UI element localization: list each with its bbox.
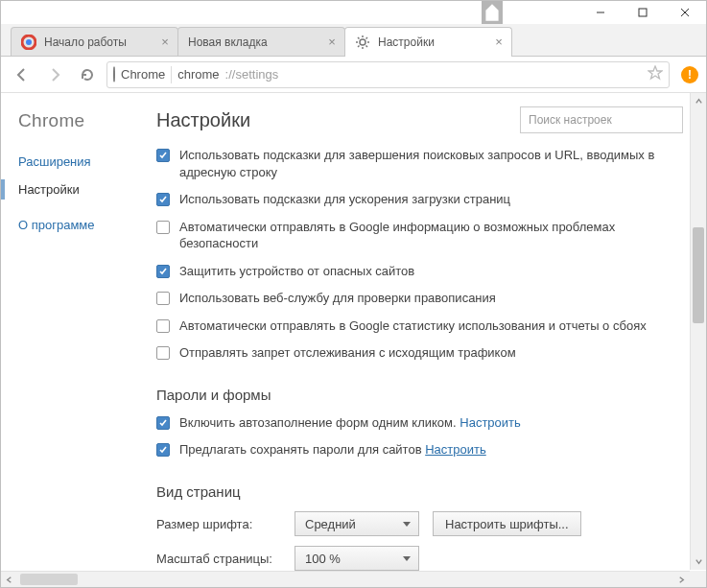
reload-button[interactable]: [74, 61, 101, 88]
scroll-left-icon[interactable]: [1, 572, 17, 587]
svg-line-11: [358, 37, 360, 39]
origin-label: Chrome: [121, 67, 165, 82]
separator: [171, 66, 172, 83]
window-minimize-button[interactable]: [579, 1, 622, 24]
configure-link[interactable]: Настроить: [460, 415, 521, 430]
address-bar[interactable]: Chrome chrome://settings: [106, 61, 670, 88]
close-icon[interactable]: ×: [492, 35, 506, 48]
sidebar: Chrome Расширения Настройки О программе: [1, 93, 145, 587]
notification-badge[interactable]: !: [681, 66, 698, 83]
zoom-select[interactable]: 100 %: [295, 546, 419, 571]
sidebar-item-extensions[interactable]: Расширения: [18, 154, 145, 169]
back-button[interactable]: [9, 61, 35, 88]
option-row: Использовать подсказки для завершения по…: [156, 147, 683, 180]
svg-line-12: [366, 45, 368, 47]
option-label: Автоматически отправлять в Google информ…: [179, 219, 683, 252]
svg-point-6: [360, 39, 365, 45]
section-passwords-title: Пароли и формы: [156, 387, 683, 403]
checkbox[interactable]: [156, 443, 170, 457]
profile-badge[interactable]: [482, 1, 503, 24]
scroll-down-icon[interactable]: [691, 553, 706, 570]
window-maximize-button[interactable]: [622, 1, 664, 24]
checkbox[interactable]: [156, 193, 170, 206]
window-close-button[interactable]: [664, 1, 706, 24]
tab-settings[interactable]: Настройки ×: [344, 27, 512, 56]
option-text: Предлагать сохранять пароли для сайтов: [179, 442, 422, 457]
sidebar-item-settings[interactable]: Настройки: [18, 182, 145, 197]
horizontal-scrollbar[interactable]: [1, 571, 690, 587]
bookmark-star-icon[interactable]: [648, 65, 663, 83]
option-label: Предлагать сохранять пароли для сайтов Н…: [179, 441, 683, 459]
option-label: Включить автозаполнение форм одним клико…: [179, 414, 683, 432]
svg-point-5: [26, 39, 32, 45]
customize-fonts-button[interactable]: Настроить шрифты...: [433, 511, 581, 536]
toolbar: Chrome chrome://settings !: [1, 57, 706, 93]
option-label: Использовать подсказки для завершения по…: [179, 147, 683, 180]
zoom-row: Масштаб страницы: 100 %: [156, 546, 683, 571]
globe-icon: [113, 67, 115, 82]
section-appearance-title: Вид страниц: [156, 483, 683, 500]
tab-label: Начало работы: [44, 35, 127, 49]
forward-button[interactable]: [41, 61, 68, 88]
content-area: Chrome Расширения Настройки О программе …: [1, 93, 706, 587]
addr-host: chrome: [177, 67, 219, 82]
zoom-label: Масштаб страницы:: [156, 552, 281, 566]
font-size-select[interactable]: Средний: [295, 511, 419, 536]
option-row: Использовать подсказки для ускорения заг…: [156, 191, 683, 208]
svg-line-14: [366, 37, 368, 39]
option-text: Включить автозаполнение форм одним клико…: [179, 415, 457, 430]
chrome-icon: [21, 35, 36, 50]
tab-label: Настройки: [378, 35, 435, 49]
svg-line-13: [358, 45, 360, 47]
settings-search-input[interactable]: Поиск настроек: [520, 106, 683, 133]
scroll-right-icon[interactable]: [673, 572, 690, 587]
titlebar: [1, 1, 706, 24]
option-label: Автоматически отправлять в Google статис…: [179, 318, 683, 335]
tab-label: Новая вкладка: [188, 35, 268, 49]
vertical-scrollbar[interactable]: [690, 93, 706, 570]
browser-window: Начало работы × Новая вкладка × Настройк…: [0, 0, 707, 588]
option-label: Защитить устройство от опасных сайтов: [179, 263, 683, 280]
option-row: Отправлять запрет отслеживания с исходящ…: [156, 344, 683, 362]
option-label: Использовать веб-службу для проверки пра…: [179, 290, 683, 307]
addr-path: ://settings: [225, 67, 279, 82]
tab-strip: Начало работы × Новая вкладка × Настройк…: [1, 24, 706, 57]
close-icon[interactable]: ×: [158, 35, 172, 48]
checkbox[interactable]: [156, 265, 170, 278]
option-label: Использовать подсказки для ускорения заг…: [179, 191, 683, 208]
checkbox[interactable]: [156, 319, 170, 333]
page-head: Настройки Поиск настроек: [156, 106, 683, 133]
scroll-up-icon[interactable]: [691, 93, 706, 109]
search-placeholder: Поиск настроек: [529, 113, 612, 127]
checkbox[interactable]: [156, 292, 170, 305]
select-value: Средний: [305, 517, 356, 531]
tab-new[interactable]: Новая вкладка ×: [177, 27, 345, 56]
option-row: Включить автозаполнение форм одним клико…: [156, 414, 683, 432]
font-size-row: Размер шрифта: Средний Настроить шрифты.…: [156, 511, 683, 536]
checkbox[interactable]: [156, 149, 170, 162]
option-row: Использовать веб-службу для проверки пра…: [156, 290, 683, 307]
checkbox[interactable]: [156, 416, 170, 430]
option-row: Автоматически отправлять в Google информ…: [156, 219, 683, 252]
scroll-thumb[interactable]: [693, 227, 704, 323]
page-title: Настройки: [156, 109, 250, 131]
button-label: Настроить шрифты...: [445, 517, 569, 531]
settings-main: Настройки Поиск настроек Использовать по…: [145, 93, 706, 587]
configure-link[interactable]: Настроить: [425, 442, 486, 457]
tab-getting-started[interactable]: Начало работы ×: [11, 27, 178, 56]
option-row: Предлагать сохранять пароли для сайтов Н…: [156, 441, 683, 459]
svg-rect-1: [639, 9, 647, 16]
scrollbar-corner: [690, 571, 706, 587]
gear-icon: [355, 35, 370, 50]
close-icon[interactable]: ×: [325, 35, 339, 48]
option-row: Автоматически отправлять в Google статис…: [156, 318, 683, 335]
option-row: Защитить устройство от опасных сайтов: [156, 263, 683, 280]
sidebar-item-about[interactable]: О программе: [18, 218, 145, 232]
scroll-thumb[interactable]: [20, 574, 78, 585]
brand-label: Chrome: [18, 110, 145, 131]
chevron-down-icon: [403, 522, 411, 527]
checkbox[interactable]: [156, 221, 170, 234]
checkbox[interactable]: [156, 346, 170, 360]
font-size-label: Размер шрифта:: [156, 517, 281, 531]
option-label: Отправлять запрет отслеживания с исходящ…: [179, 344, 683, 362]
